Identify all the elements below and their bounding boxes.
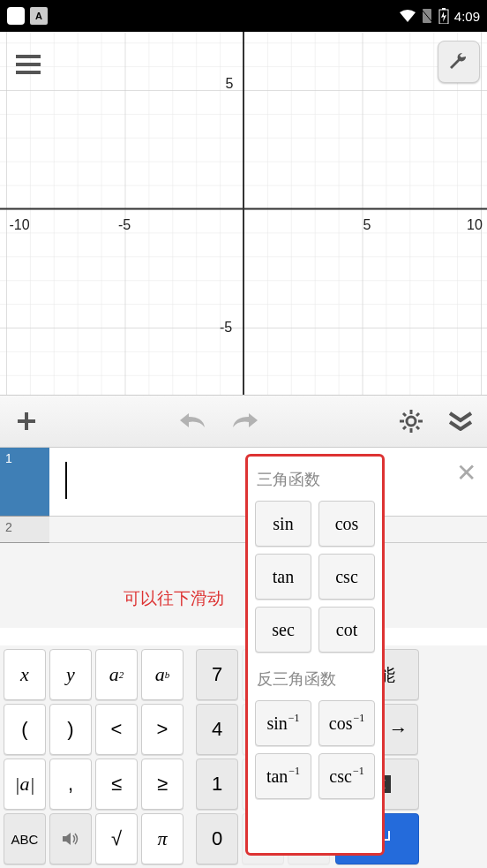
rparen-key[interactable]: )	[49, 704, 92, 755]
xtick-label: 5	[363, 217, 371, 233]
y-key[interactable]: y	[49, 649, 92, 700]
gt-key[interactable]: >	[141, 704, 184, 755]
popup-section-title: 反三角函数	[257, 668, 373, 690]
scroll-hint: 可以往下滑动	[0, 543, 487, 628]
xtick-label: 10	[467, 217, 483, 233]
speaker-icon	[62, 831, 79, 847]
asin-key[interactable]: sin−1	[255, 700, 311, 746]
cot-key[interactable]: cot	[318, 607, 375, 653]
cos-key[interactable]: cos	[318, 501, 375, 547]
collapse-button[interactable]	[445, 405, 476, 437]
tan-key[interactable]: tan	[255, 554, 311, 600]
ytick-label: -5	[220, 320, 232, 336]
add-button[interactable]	[11, 405, 42, 437]
popup-section-title: 三角函数	[257, 469, 373, 490]
ytick-label: 5	[226, 76, 234, 92]
ime-icon: A	[30, 7, 48, 25]
square-key[interactable]: a2	[95, 649, 138, 700]
expression-list: 1 ✕ 2 可以往下滑动	[0, 448, 487, 628]
sqrt-key[interactable]: √	[95, 813, 138, 864]
wrench-icon	[448, 51, 469, 72]
menu-button[interactable]	[16, 55, 41, 78]
sim-icon	[421, 9, 433, 23]
graph-grid	[0, 32, 487, 395]
atan-key[interactable]: tan−1	[255, 753, 311, 799]
gear-icon	[400, 410, 423, 433]
pi-key[interactable]: π	[141, 813, 184, 864]
undo-button[interactable]	[178, 405, 210, 437]
power-key[interactable]: ab	[141, 649, 184, 700]
status-bar: A 4:09	[0, 0, 487, 32]
lt-key[interactable]: <	[95, 704, 138, 755]
abs-key[interactable]: |a|	[4, 759, 46, 810]
battery-icon	[438, 8, 449, 24]
expression-row-1[interactable]: 1 ✕	[0, 448, 487, 517]
comma-key[interactable]: ,	[49, 759, 92, 810]
svg-line-21	[403, 426, 406, 429]
function-popup[interactable]: 三角函数 sin cos tan csc sec cot 反三角函数 sin−1…	[245, 454, 385, 856]
sound-key[interactable]	[49, 813, 92, 864]
app-icon	[7, 7, 25, 25]
ge-key[interactable]: ≥	[141, 759, 184, 810]
acsc-key[interactable]: csc−1	[318, 753, 375, 799]
le-key[interactable]: ≤	[95, 759, 138, 810]
expression-toolbar	[0, 395, 487, 448]
graph-area[interactable]: -10 -5 5 10 5 -5	[0, 32, 487, 395]
svg-point-13	[407, 417, 416, 426]
csc-key[interactable]: csc	[318, 554, 375, 600]
svg-line-19	[416, 426, 419, 429]
clear-button[interactable]: ✕	[456, 458, 476, 487]
row-number: 1	[0, 448, 49, 517]
wifi-icon	[400, 10, 416, 22]
sec-key[interactable]: sec	[255, 607, 311, 653]
svg-rect-3	[442, 8, 446, 10]
acos-key[interactable]: cos−1	[318, 700, 375, 746]
gear-button[interactable]	[395, 405, 427, 437]
4-key[interactable]: 4	[196, 704, 238, 755]
xtick-label: -5	[118, 217, 131, 233]
row-number: 2	[0, 517, 49, 543]
clock: 4:09	[454, 9, 480, 24]
settings-button[interactable]	[438, 41, 480, 83]
expression-row-2[interactable]: 2	[0, 517, 487, 543]
xtick-label: -10	[9, 217, 29, 233]
redo-button[interactable]	[228, 405, 259, 437]
0-key[interactable]: 0	[196, 813, 238, 864]
sin-key[interactable]: sin	[255, 501, 311, 547]
abc-key[interactable]: ABC	[4, 813, 46, 864]
1-key[interactable]: 1	[196, 759, 238, 810]
lparen-key[interactable]: (	[4, 704, 46, 755]
svg-line-20	[416, 413, 419, 416]
svg-line-18	[403, 413, 406, 416]
keyboard: x y a2 ab ( ) < > |a| , ≤ ≥ ABC √ π 7 8 …	[0, 645, 487, 868]
7-key[interactable]: 7	[196, 649, 238, 700]
x-key[interactable]: x	[4, 649, 46, 700]
